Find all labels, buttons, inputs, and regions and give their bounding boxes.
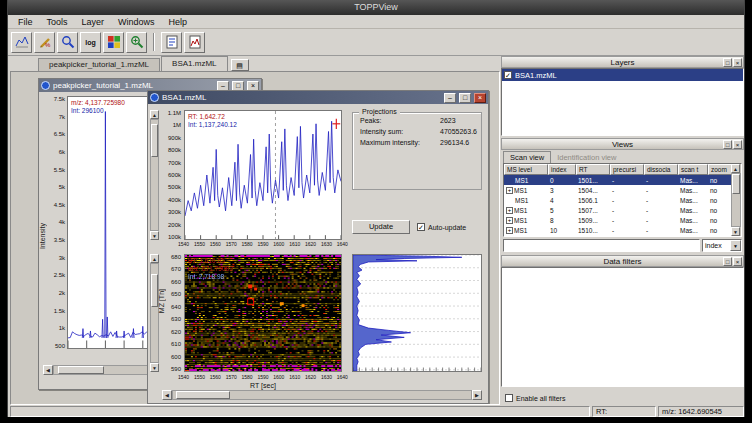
column-header-scan-t[interactable]: scan t xyxy=(678,164,708,175)
spectra-list-button[interactable] xyxy=(161,32,182,53)
maximize-button[interactable]: □ xyxy=(232,81,244,91)
scroll-down-icon[interactable]: ▼ xyxy=(150,363,159,372)
maximize-button[interactable]: □ xyxy=(459,93,471,103)
window-titlebar[interactable]: TOPPView xyxy=(8,0,744,15)
close-panel-icon[interactable]: × xyxy=(733,257,742,266)
scroll-thumb[interactable] xyxy=(732,174,740,194)
search-column-combo[interactable]: index ▼ xyxy=(702,239,742,252)
tab-identification-view[interactable]: Identification view xyxy=(551,152,622,163)
chromatogram-plot[interactable]: RT: 1,642.72 Int: 1,137,240.12 xyxy=(184,110,342,240)
scan-search-input[interactable] xyxy=(503,239,700,252)
tick-label: 1560 xyxy=(210,374,221,380)
tick-label: 650 xyxy=(171,291,181,297)
column-header-index[interactable]: index xyxy=(548,164,576,175)
expand-icon[interactable]: + xyxy=(506,227,513,234)
expand-icon[interactable]: + xyxy=(506,207,513,214)
float-panel-icon[interactable]: □ xyxy=(723,140,732,149)
table-row[interactable]: +MS1101510...--Mas...no xyxy=(504,225,741,235)
tab-peakpicker-tutorial[interactable]: peakpicker_tutorial_1.mzML xyxy=(38,58,160,71)
tick-label: 1590 xyxy=(257,374,268,380)
table-row[interactable]: MS141506.1--Mas...no xyxy=(504,195,741,205)
update-button[interactable]: Update xyxy=(352,220,410,234)
menu-tools[interactable]: Tools xyxy=(40,16,75,28)
tab-bar-corner-button[interactable]: ▤ xyxy=(231,59,249,71)
float-panel-icon[interactable]: □ xyxy=(723,58,732,67)
scroll-track[interactable] xyxy=(731,173,741,227)
snap-zoom-button[interactable] xyxy=(126,32,147,53)
table-row[interactable]: +MS151507...--Mas...no xyxy=(504,205,741,215)
column-header-RT[interactable]: RT xyxy=(576,164,610,175)
column-header-zoom[interactable]: zoom xyxy=(708,164,732,175)
scroll-thumb[interactable] xyxy=(176,391,230,399)
menu-layer[interactable]: Layer xyxy=(75,16,112,28)
layer-item-bsa1[interactable]: ✓ BSA1.mzML xyxy=(502,69,743,81)
projection-view-button[interactable] xyxy=(184,32,205,53)
table-row[interactable]: +MS181509...--Mas...no xyxy=(504,215,741,225)
tab-scan-view[interactable]: Scan view xyxy=(503,151,551,163)
intensity-mode-button[interactable] xyxy=(103,32,124,53)
data-filters-panel: Data filters □ × Enable all filters xyxy=(501,255,744,405)
enable-all-filters-label: Enable all filters xyxy=(516,395,565,402)
scroll-left-icon[interactable]: ◀ xyxy=(162,390,172,400)
measure-mode-button[interactable]: % xyxy=(34,32,55,53)
close-panel-icon[interactable]: × xyxy=(733,58,742,67)
tick-label: 1630 xyxy=(321,241,332,247)
expand-icon[interactable]: + xyxy=(506,217,513,224)
scroll-up-icon[interactable]: ▲ xyxy=(150,110,159,119)
data-filters-header[interactable]: Data filters □ × xyxy=(501,255,744,267)
scroll-down-icon[interactable]: ▼ xyxy=(150,231,159,240)
scan-table-scrollbar[interactable]: ▲ ▼ xyxy=(731,164,741,236)
tick-label: 1600 xyxy=(273,241,284,247)
close-panel-icon[interactable]: × xyxy=(733,140,742,149)
tick-label: 6.5k xyxy=(54,131,65,137)
toolbar: % log xyxy=(8,29,744,56)
scroll-thumb[interactable] xyxy=(151,124,158,157)
scroll-left-icon[interactable]: ◀ xyxy=(43,365,53,375)
window-bsa1[interactable]: BSA1.mzML – □ × ▲ ▼ 1.1M1M900k800k700k60… xyxy=(147,90,489,404)
map-horizontal-scrollbar[interactable]: ◀ ▶ xyxy=(162,390,482,400)
scroll-right-icon[interactable]: ▶ xyxy=(472,390,482,400)
scroll-track[interactable] xyxy=(150,119,159,231)
float-panel-icon[interactable]: □ xyxy=(723,257,732,266)
table-row[interactable]: MS101501...--Mas...no xyxy=(504,175,741,185)
log-intensity-button[interactable]: log xyxy=(80,32,101,53)
close-button[interactable]: × xyxy=(247,81,259,91)
scroll-up-icon[interactable]: ▲ xyxy=(150,254,159,263)
magnifier-icon xyxy=(61,35,75,49)
chromatogram-vertical-scrollbar[interactable]: ▲ ▼ xyxy=(150,110,159,240)
minimize-button[interactable]: – xyxy=(217,81,229,91)
table-cell: - xyxy=(610,177,644,184)
layers-panel-header[interactable]: Layers □ × xyxy=(501,56,744,68)
svg-text:%: % xyxy=(45,42,51,48)
views-panel-header[interactable]: Views □ × xyxy=(501,138,744,150)
column-header-precursi[interactable]: precursi xyxy=(610,164,644,175)
menu-file[interactable]: File xyxy=(11,16,40,28)
menu-help[interactable]: Help xyxy=(162,16,195,28)
menu-windows[interactable]: Windows xyxy=(111,16,162,28)
cursor-intensity-annotation: Int: 1,137,240.12 xyxy=(188,121,237,128)
scroll-thumb[interactable] xyxy=(151,274,158,307)
reset-zoom-button[interactable] xyxy=(11,32,32,53)
scroll-up-icon[interactable]: ▲ xyxy=(731,164,740,173)
minimize-button[interactable]: – xyxy=(444,93,456,103)
tick-label: 660 xyxy=(171,279,181,285)
scroll-track[interactable] xyxy=(172,390,472,400)
layer-visible-checkbox[interactable]: ✓ xyxy=(504,71,512,79)
table-row[interactable]: +MS131504...--Mas...no xyxy=(504,185,741,195)
column-header-MS-level[interactable]: MS level xyxy=(504,164,548,175)
column-header-dissocia[interactable]: dissocia xyxy=(644,164,678,175)
tick-label: 590 xyxy=(171,366,181,372)
scroll-down-icon[interactable]: ▼ xyxy=(731,227,740,236)
enable-all-filters-checkbox[interactable]: Enable all filters xyxy=(505,394,565,402)
peak-map-plot[interactable]: RT: 1,616.65 m/z: 671.75083 Int: 2,718.9… xyxy=(184,254,342,372)
mz-projection-plot[interactable] xyxy=(352,254,482,372)
table-cell: no xyxy=(708,197,732,204)
zoom-mode-button[interactable] xyxy=(57,32,78,53)
close-button[interactable]: × xyxy=(474,93,486,103)
expand-icon[interactable]: + xyxy=(506,187,513,194)
auto-update-checkbox[interactable]: ✓ Auto-update xyxy=(417,223,466,231)
spectra-list-icon xyxy=(165,35,179,49)
scroll-thumb[interactable] xyxy=(58,366,104,374)
tab-bsa1[interactable]: BSA1.mzML xyxy=(161,56,227,71)
window-bsa1-titlebar[interactable]: BSA1.mzML – □ × xyxy=(148,91,488,104)
